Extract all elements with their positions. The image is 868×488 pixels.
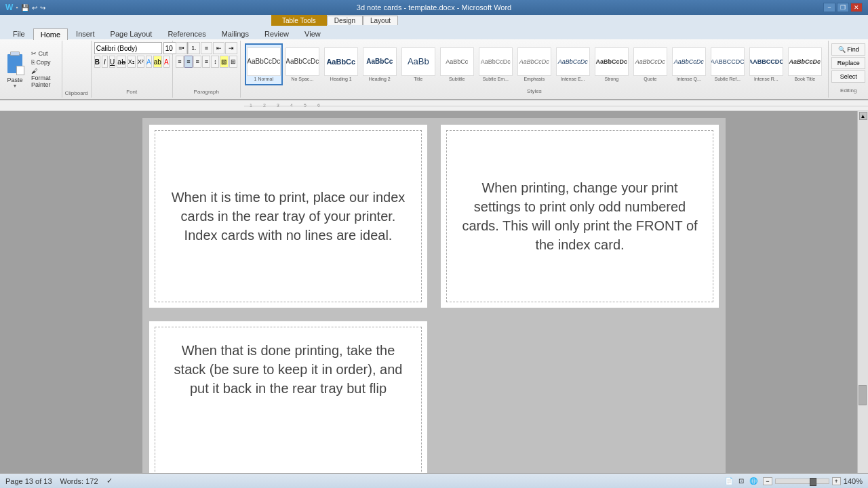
- decrease-indent-button[interactable]: ⇤: [213, 42, 224, 54]
- cards-row-1: When it is time to print, place our inde…: [142, 118, 726, 314]
- zoom-out-button[interactable]: −: [763, 477, 772, 485]
- bold-button[interactable]: B: [94, 56, 100, 68]
- cut-button[interactable]: ✂ Cut: [28, 49, 59, 58]
- scroll-thumb[interactable]: [859, 385, 867, 405]
- justify-button[interactable]: ≡: [202, 56, 210, 68]
- style-quote[interactable]: AaBbCcDc Quote: [631, 43, 669, 85]
- card1-page: When it is time to print, place our inde…: [149, 125, 427, 308]
- view-fullscreen-icon[interactable]: ⊡: [738, 477, 744, 485]
- italic-button[interactable]: I: [102, 56, 108, 68]
- tab-home[interactable]: Home: [33, 28, 68, 40]
- clipboard-section: Paste ▼ ✂ Cut ⎘ Copy 🖌 Format Painter: [0, 41, 62, 98]
- select-button[interactable]: Select: [831, 70, 865, 83]
- style-subtle-reference[interactable]: AaBbCcDc Subtle Ref...: [709, 43, 747, 85]
- card2-text: When printing, change your print setting…: [460, 178, 699, 254]
- bullets-button[interactable]: ≡•: [176, 42, 187, 54]
- style-strong[interactable]: AaBbCcDc Strong: [593, 43, 631, 85]
- window-title: 3d note cards - template.docx - Microsof…: [357, 3, 511, 12]
- status-bar: Page 13 of 13 Words: 172 ✓ 📄 ⊡ 🌐 − + 140…: [0, 473, 868, 488]
- style-intense-emphasis[interactable]: AaBbCcDc Intense E...: [554, 43, 592, 85]
- numbering-button[interactable]: 1.: [188, 42, 199, 54]
- card2-outer: When printing, change your print setting…: [434, 118, 726, 314]
- close-button[interactable]: ✕: [850, 3, 863, 12]
- find-button[interactable]: 🔍 Find: [831, 43, 865, 56]
- zoom-in-button[interactable]: +: [832, 477, 841, 485]
- style-subtitle[interactable]: AaBbCc Subtitle: [438, 43, 476, 85]
- multilevel-list-button[interactable]: ≡: [201, 42, 212, 54]
- title-bar-left: W ▪ 💾 ↩ ↪: [5, 3, 45, 12]
- line-spacing-button[interactable]: ↕: [211, 56, 219, 68]
- spell-check-icon[interactable]: ✓: [106, 476, 113, 485]
- paste-button[interactable]: Paste ▼: [3, 42, 27, 96]
- title-bar: W ▪ 💾 ↩ ↪ 3d note cards - template.docx …: [0, 0, 868, 15]
- underline-button[interactable]: U: [109, 56, 115, 68]
- align-left-button[interactable]: ≡: [176, 56, 184, 68]
- styles-gallery: AaBbCcDc 1 Normal AaBbCcDc No Spac... Aa…: [243, 42, 825, 87]
- strikethrough-button[interactable]: ab̶: [117, 56, 126, 68]
- font-color-button[interactable]: A: [163, 56, 170, 68]
- word-icon: W: [5, 3, 13, 12]
- minimize-button[interactable]: −: [823, 3, 835, 12]
- highlight-button[interactable]: ab: [153, 56, 162, 68]
- tab-design[interactable]: Design: [327, 16, 363, 25]
- style-heading2[interactable]: AaBbCc Heading 2: [361, 43, 399, 85]
- document-area: When it is time to print, place our inde…: [0, 111, 868, 485]
- copy-button[interactable]: ⎘ Copy: [28, 58, 59, 66]
- tab-mailings[interactable]: Mailings: [214, 28, 256, 39]
- card1-text: When it is time to print, place our inde…: [169, 188, 408, 245]
- style-no-spacing[interactable]: AaBbCcDc No Spac...: [283, 43, 321, 85]
- cards-row-2: When that is done printing, take the sta…: [142, 314, 726, 485]
- increase-indent-button[interactable]: ⇥: [225, 42, 237, 54]
- card3-text: When that is done printing, take the sta…: [169, 341, 408, 398]
- style-intense-reference[interactable]: AaBbCcDc Intense R...: [747, 43, 785, 85]
- style-book-title[interactable]: AaBbCcDc Book Title: [786, 43, 824, 85]
- style-heading1[interactable]: AaBbCc Heading 1: [322, 43, 360, 85]
- tab-view[interactable]: View: [297, 28, 328, 39]
- card2-inner: When printing, change your print setting…: [446, 130, 713, 302]
- text-effects-button[interactable]: A: [146, 56, 152, 68]
- scroll-up-button[interactable]: ▲: [859, 112, 867, 120]
- table-tools-bar: Table Tools Design Layout: [0, 15, 868, 26]
- style-title[interactable]: AaBb Title: [399, 43, 437, 85]
- quick-access-redo[interactable]: ↪: [40, 4, 45, 12]
- page-content: When it is time to print, place our inde…: [142, 118, 726, 485]
- ruler: 1 2 3 4 5 6: [0, 100, 868, 111]
- clipboard-actions: ✂ Cut ⎘ Copy 🖌 Format Painter: [28, 42, 59, 96]
- subscript-button[interactable]: X₂: [127, 56, 136, 68]
- format-painter-button[interactable]: 🖌 Format Painter: [28, 67, 59, 89]
- align-right-button[interactable]: ≡: [193, 56, 201, 68]
- superscript-button[interactable]: X²: [137, 56, 144, 68]
- status-right: 📄 ⊡ 🌐 − + 140%: [725, 477, 863, 485]
- tab-page-layout[interactable]: Page Layout: [103, 28, 160, 39]
- tab-references[interactable]: References: [160, 28, 213, 39]
- style-emphasis[interactable]: AaBbCcDc Emphasis: [515, 43, 553, 85]
- editing-section: 🔍 Find Replace Select Editing: [829, 41, 868, 98]
- quick-access-undo[interactable]: ↩: [32, 4, 37, 12]
- tab-layout[interactable]: Layout: [363, 16, 398, 25]
- table-tools-label: Table Tools: [271, 15, 327, 26]
- card1-inner: When it is time to print, place our inde…: [155, 130, 422, 302]
- style-intense-quote[interactable]: AaBbCcDc Intense Q...: [670, 43, 708, 85]
- style-normal[interactable]: AaBbCcDc 1 Normal: [245, 43, 283, 85]
- font-name-input[interactable]: [94, 42, 162, 54]
- card4-empty: [441, 321, 719, 485]
- restore-button[interactable]: ❐: [837, 3, 849, 12]
- shading-button[interactable]: ▧: [220, 56, 228, 68]
- zoom-slider[interactable]: [775, 479, 829, 484]
- word-count: Words: 172: [60, 477, 98, 485]
- page-info: Page 13 of 13: [5, 477, 52, 485]
- borders-button[interactable]: ⊞: [229, 56, 237, 68]
- view-print-icon[interactable]: 📄: [725, 477, 733, 485]
- replace-button[interactable]: Replace: [831, 57, 865, 69]
- tab-file[interactable]: File: [5, 28, 33, 39]
- view-web-icon[interactable]: 🌐: [749, 477, 757, 485]
- card1-outer: When it is time to print, place our inde…: [142, 118, 434, 314]
- quick-access-save[interactable]: 💾: [21, 4, 29, 12]
- zoom-slider-thumb[interactable]: [810, 478, 816, 486]
- align-center-button[interactable]: ≡: [184, 56, 193, 68]
- paragraph-section: ≡• 1. ≡ ⇤ ⇥ ≡ ≡ ≡ ≡ ↕ ▧ ⊞ Paragraph: [173, 41, 241, 98]
- style-subtle-emphasis[interactable]: AaBbCcDc Subtle Em...: [477, 43, 515, 85]
- tab-review[interactable]: Review: [257, 28, 296, 39]
- tab-insert[interactable]: Insert: [68, 28, 102, 39]
- vertical-scrollbar[interactable]: ▲ ▼: [857, 111, 868, 485]
